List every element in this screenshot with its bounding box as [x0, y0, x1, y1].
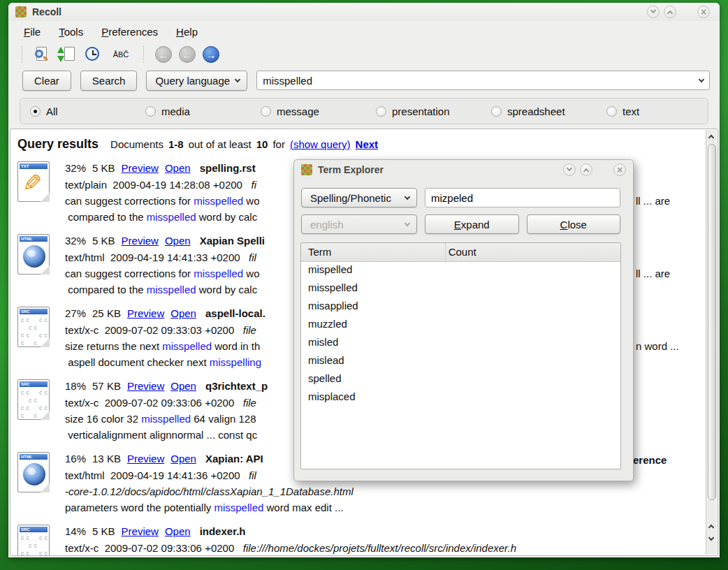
sort-parameters-icon[interactable] [59, 45, 77, 64]
preview-link[interactable]: Preview [122, 160, 159, 176]
dialog-shade-up-button[interactable] [580, 163, 592, 176]
open-link[interactable]: Open [165, 160, 191, 176]
src-file-icon[interactable]: SRCcc cc cc cc cc c c [17, 379, 50, 420]
menu-bar: File Tools Preferences Help [8, 21, 720, 42]
snippet-line: aspell document checker next misspelling [65, 354, 265, 370]
scroll-up-button[interactable] [706, 131, 718, 142]
open-link[interactable]: Open [165, 233, 191, 249]
filter-all[interactable]: All [30, 105, 145, 117]
dialog-shade-down-button[interactable] [563, 163, 576, 176]
snippet-text: size 16 color 32 [65, 413, 141, 425]
dialog-title-bar[interactable]: Term Explorer × [294, 160, 633, 180]
results-scrollbar[interactable] [706, 130, 717, 555]
filter-text[interactable]: text [606, 105, 639, 117]
file-type-label: SRC [20, 381, 48, 387]
file-size: 57 KB [92, 378, 121, 394]
query-language-dropdown[interactable]: Query language [146, 71, 247, 91]
menu-tools[interactable]: Tools [59, 26, 83, 38]
snippet-text: word by calc [196, 284, 258, 295]
highlighted-term: misspelled [162, 340, 212, 352]
scrollbar-thumb[interactable] [708, 144, 716, 500]
term-row[interactable]: spelled [301, 371, 620, 389]
snippet-text: word by calc [196, 211, 258, 223]
term-column-header[interactable]: Term [301, 243, 445, 261]
menu-file[interactable]: File [24, 26, 41, 38]
file-size: 5 KB [92, 160, 115, 176]
search-combo[interactable] [256, 71, 710, 90]
radio-icon[interactable] [30, 106, 41, 117]
snippet-text: text/html 2009-04-19 14:41:33 +0200 [65, 251, 249, 263]
expand-button[interactable]: Expand [425, 214, 519, 234]
term-row[interactable]: misplaced [301, 389, 620, 407]
snippet-text: wo [243, 195, 259, 207]
html-file-icon[interactable]: HTML [17, 234, 50, 275]
result-head-line: 14%5 KBPreviewOpenindexer.h [65, 523, 516, 540]
term-row[interactable]: misapplied [301, 298, 620, 316]
term-row[interactable]: misspelled [301, 280, 620, 298]
term-row[interactable]: mispelled [301, 262, 620, 280]
preview-link[interactable]: Preview [127, 451, 164, 467]
radio-icon[interactable] [376, 106, 386, 117]
snippet-line: parameters word the potentially misspell… [65, 499, 354, 516]
term-input[interactable] [431, 192, 614, 204]
snippet-line: verticalalignment alignnormal ... const … [65, 427, 268, 443]
radio-icon[interactable] [145, 106, 156, 117]
count-column-header[interactable]: Count [445, 243, 476, 261]
shade-down-button[interactable] [647, 6, 660, 18]
txt-file-icon[interactable]: TXT✎ [17, 161, 50, 202]
filter-message[interactable]: message [261, 105, 376, 117]
preview-link[interactable]: Preview [122, 523, 159, 539]
highlighted-term: misspelled [147, 211, 196, 223]
open-link[interactable]: Open [170, 451, 196, 467]
snippet-line: text/plain 2009-04-19 14:28:08 +0200 fi [65, 177, 259, 193]
title-fragment: erence [633, 454, 667, 466]
dialog-close-action-button[interactable]: Close [527, 214, 621, 234]
radio-icon[interactable] [261, 106, 271, 117]
src-file-icon[interactable]: SRCcc cc cc cc cc c c [17, 307, 50, 347]
preview-link[interactable]: Preview [127, 378, 164, 394]
filter-spreadsheet[interactable]: spreadsheet [491, 105, 606, 117]
scroll-up-button[interactable] [706, 521, 718, 532]
radio-icon[interactable] [491, 106, 502, 117]
history-clock-icon[interactable] [84, 45, 102, 64]
show-query-link[interactable]: (show query) [290, 138, 351, 150]
search-input[interactable] [263, 75, 699, 87]
filter-media[interactable]: media [145, 105, 261, 117]
relevance-percent: 18% [65, 378, 86, 394]
open-link[interactable]: Open [165, 523, 191, 539]
next-page-arrow-icon[interactable]: → [203, 46, 219, 63]
close-button[interactable]: × [697, 6, 710, 18]
dialog-close-button[interactable]: × [613, 163, 626, 176]
clear-button[interactable]: Clear [22, 71, 71, 91]
term-explorer-icon[interactable]: ÅBĈ [109, 45, 134, 64]
preview-link[interactable]: Preview [127, 305, 164, 321]
advanced-search-icon[interactable] [34, 45, 52, 64]
menu-preferences[interactable]: Preferences [101, 26, 158, 38]
src-file-icon[interactable]: SRCcc cc cc cc cc c c [17, 525, 50, 556]
recoll-app-icon [301, 164, 312, 175]
results-header: Query results Documents 1-8 out of at le… [15, 129, 705, 160]
search-button[interactable]: Search [80, 71, 138, 91]
html-file-icon[interactable]: HTML [17, 452, 50, 492]
chevron-down-icon [405, 220, 410, 226]
shade-up-button[interactable] [664, 6, 676, 18]
term-row[interactable]: misled [301, 335, 620, 353]
open-link[interactable]: Open [170, 305, 196, 321]
term-row[interactable]: mislead [301, 353, 620, 371]
menu-help[interactable]: Help [176, 26, 198, 38]
term-input-box[interactable] [425, 188, 620, 207]
filter-presentation[interactable]: presentation [376, 105, 491, 117]
highlighted-term: misspelled [194, 195, 243, 207]
snippet-text: wo [243, 268, 259, 279]
open-link[interactable]: Open [170, 378, 196, 394]
expansion-mode-dropdown[interactable]: Spelling/Phonetic [301, 188, 417, 207]
snippet-text: file [243, 397, 256, 409]
preview-link[interactable]: Preview [122, 233, 159, 249]
highlighted-term: misspelled [194, 268, 243, 279]
radio-icon[interactable] [606, 106, 617, 117]
scroll-down-button[interactable] [706, 534, 718, 545]
next-page-link[interactable]: Next [356, 138, 379, 150]
term-row[interactable]: muzzled [301, 316, 620, 335]
title-bar[interactable]: Recoll × [8, 3, 720, 21]
chevron-down-icon[interactable] [699, 76, 704, 82]
